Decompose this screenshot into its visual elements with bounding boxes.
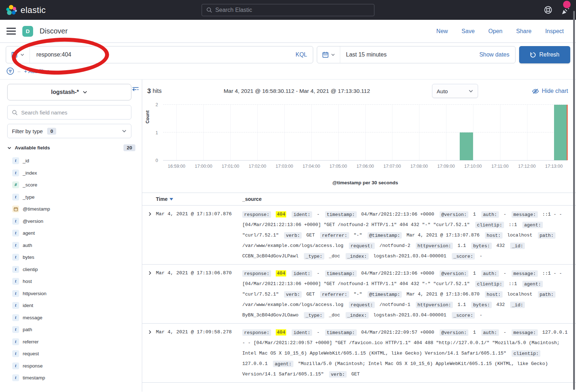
field-item-host[interactable]: thost bbox=[7, 275, 137, 288]
elastic-logo[interactable]: elastic bbox=[6, 4, 46, 16]
field-item-ident[interactable]: tident bbox=[7, 299, 137, 312]
field-item-request[interactable]: trequest bbox=[7, 348, 137, 360]
time-range-value[interactable]: Last 15 minutes bbox=[340, 51, 387, 58]
histogram-bar[interactable] bbox=[460, 132, 473, 160]
show-dates-button[interactable]: Show dates bbox=[479, 51, 515, 58]
interval-select[interactable]: Auto bbox=[432, 84, 478, 98]
source-field-label: _index: bbox=[346, 253, 369, 260]
chart-x-labels: 16:59:0017:00:0017:01:0017:02:0017:03:00… bbox=[163, 164, 567, 171]
chart-gridline-v bbox=[257, 105, 258, 160]
histogram-chart: Count 012 16:59:0017:00:0017:01:0017:02:… bbox=[146, 102, 569, 188]
field-item-httpversion[interactable]: thttpversion bbox=[7, 288, 137, 300]
y-tick-label: 2 bbox=[156, 102, 158, 107]
index-pattern-select[interactable]: logstash-* bbox=[7, 84, 131, 100]
header-nav: NewSaveOpenShareInspect bbox=[436, 28, 570, 35]
hide-chart-button[interactable]: Hide chart bbox=[532, 88, 568, 95]
source-column-header: _source bbox=[242, 196, 576, 202]
nav-inspect[interactable]: Inspect bbox=[545, 28, 564, 35]
source-field-label: response: bbox=[242, 329, 271, 336]
expand-row-button[interactable] bbox=[142, 268, 156, 275]
highlighted-value: 404 bbox=[276, 211, 286, 217]
source-field-label: agent: bbox=[522, 222, 543, 228]
global-search[interactable] bbox=[202, 4, 374, 16]
query-bar: KQL Last 15 minutes Show dates Refresh bbox=[0, 43, 576, 63]
chart-gridline-v bbox=[176, 105, 177, 160]
field-item-index[interactable]: t_index bbox=[7, 167, 137, 179]
available-fields-header[interactable]: Available fields 20 bbox=[7, 144, 137, 151]
nav-open[interactable]: Open bbox=[489, 28, 503, 35]
row-source: response: 404 ident: - timestamp: 04/Mar… bbox=[242, 268, 576, 320]
source-field-label: timestamp: bbox=[325, 211, 357, 218]
field-item-message[interactable]: tmessage bbox=[7, 312, 137, 324]
field-item-agent[interactable]: tagent bbox=[7, 227, 137, 239]
source-field-label: _type: bbox=[304, 253, 324, 260]
nav-save[interactable]: Save bbox=[462, 28, 474, 35]
field-name: request bbox=[23, 351, 39, 356]
refresh-label: Refresh bbox=[539, 51, 559, 58]
add-filter-button[interactable]: + Add filter bbox=[24, 68, 49, 74]
quick-select-time-button[interactable] bbox=[317, 46, 340, 63]
field-item-id[interactable]: t_id bbox=[7, 155, 137, 167]
x-tick-label: 16:59:00 bbox=[168, 164, 185, 169]
field-type-text-icon: t bbox=[12, 170, 19, 176]
help-icon[interactable] bbox=[544, 6, 552, 14]
menu-icon[interactable] bbox=[6, 28, 16, 35]
chart-gridline-v bbox=[203, 105, 204, 160]
source-field-label: agent: bbox=[273, 361, 293, 367]
histogram-bar[interactable] bbox=[554, 105, 567, 160]
source-field-label: request: bbox=[349, 243, 375, 249]
brand-name: elastic bbox=[21, 5, 46, 15]
calendar-icon bbox=[322, 51, 329, 58]
field-type-text-icon: t bbox=[12, 290, 19, 297]
field-item-referrer[interactable]: treferrer bbox=[7, 336, 137, 348]
field-type-text-icon: t bbox=[12, 302, 19, 309]
page-title: Discover bbox=[40, 27, 68, 35]
field-item-response[interactable]: tresponse bbox=[7, 360, 137, 372]
field-search[interactable] bbox=[7, 105, 131, 120]
field-type-text-icon: t bbox=[12, 350, 19, 357]
source-field-label: verb: bbox=[284, 232, 302, 239]
filter-icon[interactable] bbox=[6, 67, 14, 75]
field-search-input[interactable] bbox=[21, 109, 127, 116]
field-name: _id bbox=[23, 158, 29, 163]
field-item-bytes[interactable]: tbytes bbox=[7, 251, 137, 263]
expand-row-button[interactable] bbox=[142, 209, 156, 216]
source-field-label: path: bbox=[538, 232, 555, 239]
field-type-text-icon: t bbox=[12, 314, 19, 321]
filter-by-type-select[interactable]: Filter by type 0 bbox=[7, 124, 131, 138]
query-language-button[interactable]: KQL bbox=[296, 51, 313, 58]
field-item-auth[interactable]: tauth bbox=[7, 239, 137, 252]
scrollbar[interactable] bbox=[573, 11, 575, 390]
source-field-label: timestamp: bbox=[325, 270, 357, 277]
chart-gridline-v bbox=[311, 105, 312, 160]
nav-share[interactable]: Share bbox=[516, 28, 532, 35]
query-input[interactable] bbox=[30, 51, 296, 58]
field-type-text-icon: t bbox=[12, 338, 19, 345]
field-type-text-icon: t bbox=[12, 242, 19, 249]
field-type-text-icon: t bbox=[12, 218, 19, 225]
field-item-timestamp[interactable]: @timestamp bbox=[7, 203, 137, 215]
y-axis-label: Count bbox=[145, 111, 150, 123]
save-query-icon bbox=[11, 51, 18, 58]
expand-row-button[interactable] bbox=[142, 327, 156, 334]
field-item-timestamp[interactable]: ttimestamp bbox=[7, 372, 137, 384]
source-field-label: ident: bbox=[292, 211, 312, 218]
sort-descending-icon[interactable] bbox=[170, 198, 173, 200]
date-picker: Last 15 minutes Show dates bbox=[317, 46, 516, 63]
chart-y-ticks: 012 bbox=[151, 105, 160, 161]
field-item-type[interactable]: t_type bbox=[7, 191, 137, 203]
field-item-version[interactable]: t@version bbox=[7, 215, 137, 227]
global-search-input[interactable] bbox=[215, 7, 370, 13]
field-item-path[interactable]: tpath bbox=[7, 324, 137, 336]
collapse-sidebar-icon[interactable] bbox=[132, 86, 139, 93]
field-item-clientip[interactable]: tclientip bbox=[7, 263, 137, 276]
refresh-button[interactable]: Refresh bbox=[519, 46, 570, 63]
nav-new[interactable]: New bbox=[436, 28, 448, 35]
time-column-header[interactable]: Time bbox=[156, 196, 242, 202]
field-item-score[interactable]: #_score bbox=[7, 179, 137, 191]
field-type-text-icon: t bbox=[12, 374, 19, 381]
results-panel: 3 hits Mar 4, 2021 @ 16:58:30.112 - Mar … bbox=[142, 80, 576, 392]
saved-query-menu-button[interactable] bbox=[6, 46, 30, 63]
field-name: referrer bbox=[23, 339, 39, 344]
field-list: t_idt_index#_scoret_type@timestampt@vers… bbox=[7, 155, 137, 384]
